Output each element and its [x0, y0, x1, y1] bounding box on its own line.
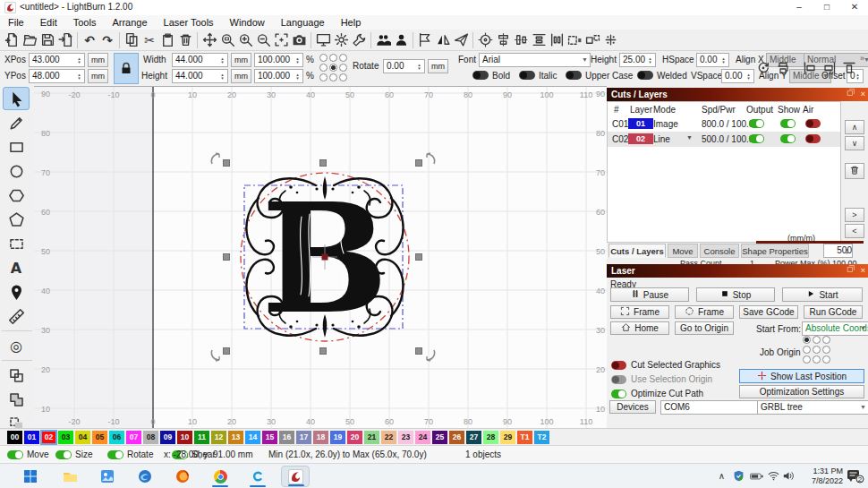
device-select[interactable]: GRBL tree▼	[757, 400, 868, 415]
palette-swatch-24[interactable]: 24	[415, 431, 430, 444]
camera-icon[interactable]	[290, 31, 308, 49]
delete-icon[interactable]	[176, 31, 194, 49]
layer-left-button[interactable]: <	[845, 224, 864, 238]
layer-mode[interactable]: Line	[653, 134, 670, 144]
position-crosshair-icon[interactable]	[601, 31, 619, 49]
palette-swatch-01[interactable]: 01	[24, 431, 39, 444]
column-header-[interactable]: #	[614, 105, 619, 115]
cut-selected-toggle[interactable]	[611, 361, 626, 370]
devices-button[interactable]: Devices	[609, 400, 656, 414]
column-header-layer[interactable]: Layer	[630, 105, 652, 115]
selection-handle[interactable]	[320, 348, 327, 355]
italic-toggle[interactable]	[519, 71, 535, 80]
anchor-grid[interactable]	[319, 53, 348, 82]
layer-row-C01[interactable]: C0101Image800.0 / 100.0	[608, 116, 840, 132]
position-laser-tool[interactable]	[3, 280, 30, 304]
stop-button[interactable]: Stop	[696, 287, 775, 302]
column-header-air[interactable]: Air	[803, 105, 813, 115]
battery-icon[interactable]	[750, 472, 763, 481]
rotate-unit-button[interactable]: mm	[428, 59, 448, 73]
palette-swatch-T1[interactable]: T1	[517, 431, 532, 444]
zoom-in-icon[interactable]	[236, 31, 254, 49]
rectangle-tool[interactable]	[3, 135, 30, 158]
volume-icon[interactable]	[783, 471, 795, 481]
palette-swatch-23[interactable]: 23	[398, 431, 413, 444]
port-select[interactable]: COM6▼	[660, 400, 765, 415]
minimize-button[interactable]: –	[786, 0, 813, 14]
output-toggle[interactable]	[749, 119, 764, 128]
layer-right-button[interactable]: >	[845, 208, 864, 222]
security-shield-icon[interactable]	[733, 470, 745, 482]
clock-date[interactable]: 7/8/2022	[812, 476, 843, 486]
send-icon[interactable]	[452, 31, 470, 49]
go-to-origin-button[interactable]: Go to Origin	[675, 321, 734, 335]
output-toggle[interactable]	[749, 134, 764, 143]
settings-icon[interactable]	[332, 31, 350, 49]
selection-handle[interactable]	[224, 348, 230, 355]
ypos-unit-button[interactable]: mm	[88, 69, 108, 83]
palette-swatch-26[interactable]: 26	[449, 431, 464, 444]
taskbar-lightburn-icon[interactable]	[281, 466, 310, 487]
cut-icon[interactable]: ✂	[140, 31, 158, 49]
distribute-horizontal-icon[interactable]	[548, 31, 566, 49]
toolbar-overflow-chevron[interactable]: »	[860, 54, 864, 63]
palette-swatch-03[interactable]: 03	[58, 431, 73, 444]
tab-move[interactable]: Move	[668, 244, 698, 258]
font-height-field[interactable]: 25.00▴▾	[619, 53, 656, 67]
zoom-out-icon[interactable]	[254, 31, 272, 49]
width-field[interactable]: 44.000▴▾	[172, 53, 228, 67]
dock-position-icon[interactable]	[566, 31, 583, 49]
focus-origin-icon[interactable]	[476, 31, 494, 49]
height-unit-button[interactable]: mm	[231, 69, 251, 83]
optimization-settings-button[interactable]: Optimization Settings	[739, 385, 864, 398]
selection-handle[interactable]	[416, 254, 422, 261]
palette-swatch-15[interactable]: 15	[262, 431, 277, 444]
palette-swatch-02[interactable]: 02	[41, 431, 56, 444]
rotate-mode-toggle[interactable]	[107, 450, 123, 459]
float-laser-icon[interactable]	[847, 264, 855, 278]
polygon-tool[interactable]	[3, 184, 30, 207]
layer-delete-button[interactable]	[845, 163, 864, 179]
selection-center-marker[interactable]	[322, 254, 328, 261]
air-toggle[interactable]	[805, 134, 821, 143]
palette-swatch-11[interactable]: 11	[194, 431, 209, 444]
palette-swatch-21[interactable]: 21	[364, 431, 379, 444]
air-toggle[interactable]	[805, 119, 821, 128]
width-percent-field[interactable]: 100.000▴▾	[254, 53, 303, 67]
maximize-button[interactable]: □	[813, 0, 840, 14]
draw-lines-tool[interactable]	[3, 111, 30, 134]
menu-window[interactable]: Window	[222, 17, 273, 28]
frame-selection-icon[interactable]	[272, 31, 290, 49]
speed-field[interactable]: 500▴▾	[823, 244, 853, 258]
align-top-edge-icon[interactable]	[840, 59, 858, 77]
tab-cuts-layers[interactable]: Cuts / Layers	[608, 244, 666, 258]
close-panel-icon[interactable]: ×	[861, 88, 865, 101]
hspace-field[interactable]: 0.00▴▾	[696, 53, 729, 67]
float-panel-icon[interactable]	[847, 88, 855, 101]
menu-help[interactable]: Help	[333, 17, 370, 28]
taskbar-photos-icon[interactable]	[93, 466, 122, 487]
new-file-icon[interactable]	[3, 31, 21, 49]
palette-swatch-06[interactable]: 06	[109, 431, 124, 444]
mirror-shapes-icon[interactable]	[434, 31, 452, 49]
weld-shapes-tool[interactable]	[3, 364, 30, 387]
swap-position-icon[interactable]	[583, 31, 601, 49]
save-icon[interactable]	[38, 31, 56, 49]
palette-swatch-14[interactable]: 14	[245, 431, 260, 444]
home-button[interactable]: Home	[610, 321, 669, 335]
palette-swatch-00[interactable]: 00	[7, 431, 22, 444]
rotate-field[interactable]: 0.00▴▾	[383, 59, 425, 73]
palette-swatch-04[interactable]: 04	[75, 431, 90, 444]
align-left-edge-icon[interactable]	[801, 59, 819, 77]
align-right-edge-icon[interactable]	[821, 59, 838, 77]
selection-handle[interactable]	[416, 348, 422, 355]
close-button[interactable]: ✕	[841, 0, 868, 14]
xpos-unit-button[interactable]: mm	[88, 53, 108, 67]
layer-up-button[interactable]: ∧	[845, 120, 864, 134]
redo-icon[interactable]: ↷	[98, 31, 116, 49]
taskbar-chrome-icon[interactable]	[206, 466, 234, 487]
show-toggle[interactable]	[780, 134, 796, 143]
preview-icon[interactable]	[314, 31, 332, 49]
frame-rect-button[interactable]: Frame	[610, 305, 669, 319]
show-toggle[interactable]	[780, 119, 796, 128]
